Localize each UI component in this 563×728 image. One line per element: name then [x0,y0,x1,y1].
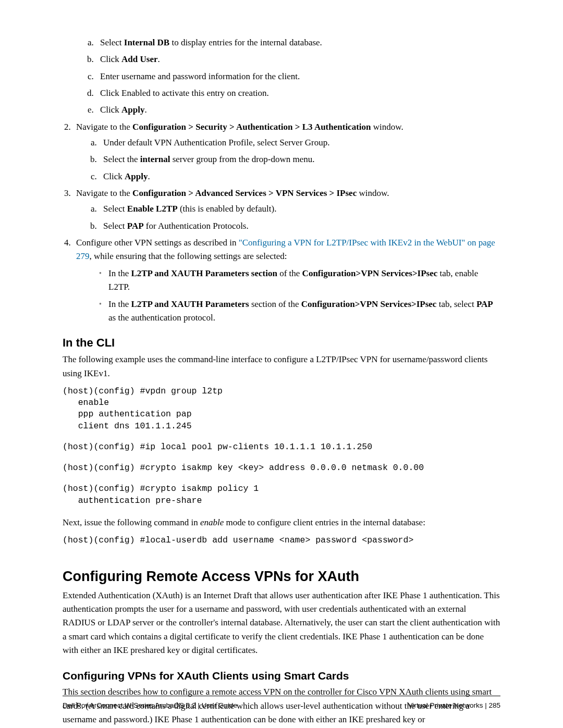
step2a: Under default VPN Authentication Profile… [99,136,500,150]
cli-code-5: (host)(config) #local-userdb add usernam… [63,535,500,546]
cli-code-4: (host)(config) #crypto isakmp policy 1 a… [63,483,500,507]
step2c: Click Apply. [99,170,500,183]
cli-code-1: (host)(config) #vpdn group l2tp enable p… [63,386,500,432]
step4-bullet1: In the L2TP and XAUTH Parameters section… [99,267,500,294]
heading-smartcards: Configuring VPNs for XAuth Clients using… [63,670,500,682]
step4-bullet2: In the L2TP and XAUTH Parameters section… [99,298,500,325]
step4: Configure other VPN settings as describe… [73,236,500,325]
step1-sublist: Select Internal DB to display entries fo… [73,36,500,117]
cli-next-text: Next, issue the following command in ena… [63,516,500,529]
cli-intro: The following example uses the command-l… [63,353,500,380]
heading-in-the-cli: In the CLI [63,336,500,350]
cli-code-3: (host)(config) #crypto isakmp key <key> … [63,462,500,474]
step4-bullets: In the L2TP and XAUTH Parameters section… [76,267,500,325]
step3-sublist: Select Enable L2TP (this is enabled by d… [76,202,500,233]
step1c: Enter username and password information … [96,70,500,83]
step3b: Select PAP for Authentication Protocols. [99,219,500,233]
xauth-body: Extended Authentication (XAuth) is an In… [63,589,500,658]
cli-code-2: (host)(config) #ip local pool pw-clients… [63,441,500,453]
footer-right: Virtual Private Networks | 285 [408,701,500,709]
heading-xauth: Configuring Remote Access VPNs for XAuth [63,569,500,585]
footer-left: Dell PowerConnect W-Series ArubaOS 6.2 |… [63,701,237,709]
step2: Navigate to the Configuration > Security… [73,120,500,183]
step2b: Select the internal server group from th… [99,153,500,166]
step1d: Click Enabled to activate this entry on … [96,87,500,100]
main-steps: Navigate to the Configuration > Security… [63,120,500,325]
step3a: Select Enable L2TP (this is enabled by d… [99,202,500,216]
page-content: Select Internal DB to display entries fo… [0,0,563,726]
step3: Navigate to the Configuration > Advanced… [73,187,500,233]
step1b: Click Add User. [96,53,500,66]
step1a: Select Internal DB to display entries fo… [96,36,500,50]
page-footer: Dell PowerConnect W-Series ArubaOS 6.2 |… [63,696,500,709]
step2-sublist: Under default VPN Authentication Profile… [76,136,500,183]
step1e: Click Apply. [96,103,500,117]
